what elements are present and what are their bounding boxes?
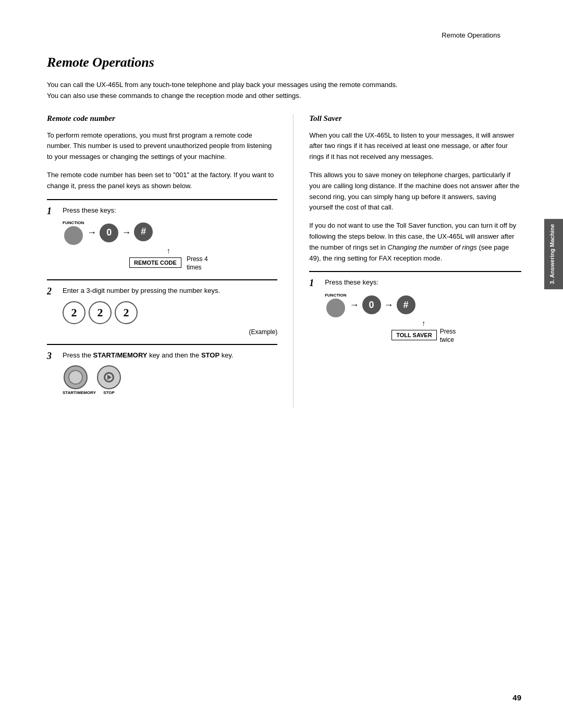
left-section-title: Remote code number — [47, 114, 277, 123]
right-step1: 1 Press these keys: FUNCTION → 0 — [309, 271, 521, 343]
arrow1: → — [87, 227, 96, 238]
stop-icon — [104, 372, 114, 382]
start-memory-key — [64, 365, 88, 389]
start-memory-inner — [68, 370, 83, 385]
main-title: Remote Operations — [47, 55, 521, 70]
twice-label: twice — [440, 336, 454, 343]
stop-key-group: STOP — [97, 365, 121, 395]
press-label: Press — [440, 328, 456, 335]
toll-saver-label-row: ↑ TOLL SAVER Press twice — [325, 319, 521, 343]
arrow2: → — [121, 227, 131, 238]
right-step1-number: 1 — [309, 277, 321, 289]
stop-label: STOP — [103, 390, 115, 395]
right-step1-content: Press these keys: FUNCTION → 0 — [325, 277, 521, 343]
remote-code-box: REMOTE CODE — [129, 257, 181, 268]
step3-pre: Press the — [63, 351, 93, 359]
remote-code-row: REMOTE CODE Press 4 times — [129, 254, 208, 271]
toll-saver-box: TOLL SAVER — [391, 330, 436, 340]
up-arrow: ↑ — [167, 247, 170, 254]
right-function-key — [326, 299, 345, 317]
step3-post: key. — [219, 351, 234, 359]
zero-key: 0 — [100, 224, 118, 242]
times-label: times — [187, 264, 202, 271]
step1-number: 1 — [47, 205, 58, 217]
step3-bold2: STOP — [201, 351, 219, 359]
step3-content: Press the START/MEMORY key and then the … — [63, 350, 277, 400]
step1-content: Press these keys: FUNCTION → — [63, 205, 277, 272]
start-memory-key-group: START/MEMORY — [63, 365, 89, 395]
right-para3-italic: Changing the number of rings — [388, 243, 477, 251]
function-label: FUNCTION — [63, 220, 84, 225]
step3-bold1: START/MEMORY — [93, 351, 148, 359]
remote-code-label-row: ↑ REMOTE CODE Press 4 times — [63, 247, 277, 271]
right-hash-key: # — [397, 295, 415, 314]
right-hash-arrow-label: ↑ TOLL SAVER Press twice — [391, 319, 456, 343]
two-column-layout: Remote code number To perform remote ope… — [47, 114, 521, 408]
num-key-3: 2 — [115, 301, 138, 324]
number-keys-diagram: 2 2 2 — [63, 301, 277, 324]
page: Remote Operations 3. Answering Machine R… — [0, 0, 563, 728]
right-zero-key: 0 — [362, 295, 381, 314]
step3-number: 3 — [47, 350, 58, 362]
press-4-label: Press 4 — [187, 255, 208, 263]
example-label: (Example) — [63, 328, 277, 336]
header-title: Remote Operations — [442, 31, 500, 39]
special-keys-diagram: START/MEMORY STOP — [63, 365, 277, 395]
step2-content: Enter a 3-digit number by pressing the n… — [63, 286, 277, 336]
left-para1: To perform remote operations, you must f… — [47, 130, 277, 163]
stop-triangle — [107, 375, 112, 380]
step2-text: Enter a 3-digit number by pressing the n… — [63, 286, 277, 296]
page-header: Remote Operations — [47, 31, 521, 39]
left-step3: 3 Press the START/MEMORY key and then th… — [47, 344, 277, 400]
function-key — [64, 226, 83, 245]
side-tab: 3. Answering Machine — [544, 219, 563, 289]
right-up-arrow: ↑ — [422, 319, 425, 327]
step1-text: Press these keys: — [63, 205, 277, 216]
right-function-label: FUNCTION — [325, 293, 346, 298]
toll-saver-row: TOLL SAVER Press twice — [391, 327, 456, 343]
step3-text: Press the START/MEMORY key and then the … — [63, 350, 277, 361]
page-number: 49 — [512, 693, 521, 702]
right-para2: This allows you to save money on telepho… — [309, 170, 521, 213]
stop-key — [97, 365, 121, 389]
right-para3: If you do not want to use the Toll Saver… — [309, 220, 521, 264]
right-para1: When you call the UX-465L to listen to y… — [309, 130, 521, 163]
step2-number: 2 — [47, 286, 58, 298]
left-para2: The remote code number has been set to "… — [47, 170, 277, 192]
right-key-row: FUNCTION → 0 → # — [325, 293, 521, 317]
side-tab-text: 3. Answering Machine — [549, 224, 555, 284]
right-arrow1: → — [350, 300, 359, 311]
right-section-title: Toll Saver — [309, 114, 521, 123]
right-column: Toll Saver When you call the UX-465L to … — [293, 114, 521, 408]
start-memory-label: START/MEMORY — [63, 390, 89, 395]
hash-key-container: # — [134, 223, 153, 243]
step1-key-diagram: FUNCTION → 0 → — [63, 220, 277, 271]
hash-key: # — [134, 223, 153, 241]
press-times-group: Press 4 times — [187, 254, 208, 271]
function-key-group: FUNCTION — [63, 220, 84, 245]
right-hash-key-container: # — [397, 295, 415, 314]
num-key-1: 2 — [63, 301, 85, 324]
intro-paragraph: You can call the UX-465L from any touch-… — [47, 80, 401, 102]
left-step1: 1 Press these keys: FUNCTION → — [47, 199, 277, 272]
key-row: FUNCTION → 0 → — [63, 220, 277, 245]
right-step1-key-diagram: FUNCTION → 0 → # — [325, 293, 521, 343]
hash-arrow-label: ↑ REMOTE CODE Press 4 times — [129, 247, 208, 271]
right-arrow2: → — [384, 300, 394, 311]
press-twice-group: Press twice — [440, 327, 456, 343]
right-function-key-group: FUNCTION — [325, 293, 346, 317]
left-column: Remote code number To perform remote ope… — [47, 114, 293, 408]
left-step2: 2 Enter a 3-digit number by pressing the… — [47, 279, 277, 336]
right-step1-text: Press these keys: — [325, 277, 521, 288]
step3-mid: key and then the — [148, 351, 201, 359]
num-key-2: 2 — [89, 301, 112, 324]
